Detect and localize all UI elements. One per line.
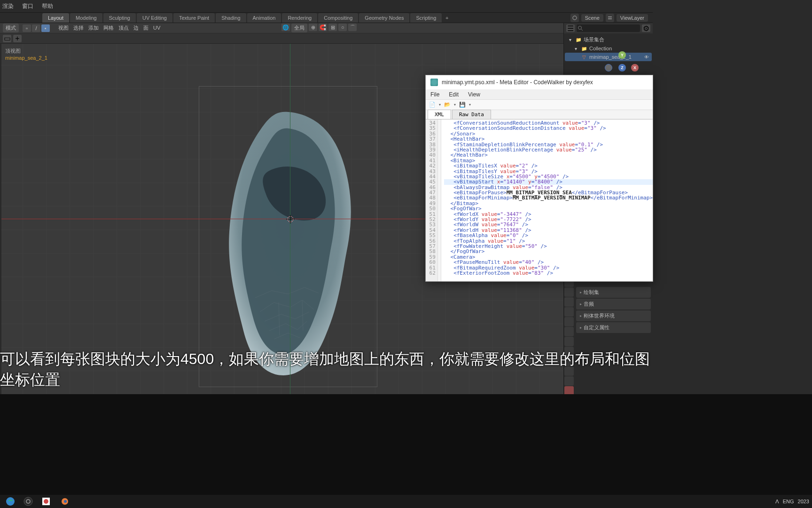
visibility-icon[interactable]: 👁 xyxy=(643,54,650,60)
select-mode-vertex-icon[interactable]: ▫ xyxy=(23,24,31,32)
filter-icon[interactable]: ⚙ xyxy=(642,24,650,32)
view-orientation-label: 顶视图 xyxy=(5,48,21,55)
top-menu-bar: 渲染 窗口 帮助 xyxy=(0,0,653,13)
map-mesh xyxy=(203,105,377,382)
windows-taskbar: ᐱ ENG 2023 xyxy=(0,495,812,508)
codewalker-titlebar[interactable]: minimap.ymt.pso.xml - Meta Editor - Code… xyxy=(426,75,653,89)
axis-neg-handle[interactable] xyxy=(605,64,612,71)
add-workspace-button[interactable]: + xyxy=(443,15,451,21)
select-mode-edge-icon[interactable]: / xyxy=(32,24,40,32)
svg-rect-2 xyxy=(608,18,612,19)
svg-rect-1 xyxy=(608,16,612,17)
svg-line-8 xyxy=(581,29,583,31)
outliner-scene-collection[interactable]: ▾ 📁 场景集合 xyxy=(565,35,652,44)
axis-x-handle[interactable]: X xyxy=(631,64,639,71)
app-icon[interactable] xyxy=(39,496,54,507)
select-mode-face-icon[interactable]: ▪ xyxy=(41,24,50,32)
header-menu-网格[interactable]: 网格 xyxy=(103,25,114,31)
prop-tab-output-icon[interactable] xyxy=(564,287,574,297)
props-panel[interactable]: 绘制集 xyxy=(576,287,651,298)
workspace-tab-rendering[interactable]: Rendering xyxy=(282,13,317,23)
scene-selector[interactable]: Scene xyxy=(581,14,603,22)
snap-icon[interactable]: 🧲 xyxy=(319,24,327,31)
header-menu-视图[interactable]: 视图 xyxy=(58,25,69,31)
props-panel[interactable]: 刚体世界环境 xyxy=(576,310,651,321)
workspace-tab-texture-paint[interactable]: Texture Paint xyxy=(173,13,215,23)
props-panel[interactable]: 自定义属性 xyxy=(576,322,651,333)
code-editor[interactable]: 3435363738394041424344454647484950515253… xyxy=(426,119,653,281)
cw-tab-rawdata[interactable]: Raw Data xyxy=(452,110,491,119)
menu-window[interactable]: 窗口 xyxy=(22,2,33,10)
propedit-icon[interactable]: ○ xyxy=(338,24,347,31)
obs-icon[interactable] xyxy=(21,496,36,507)
props-panel[interactable]: 音频 xyxy=(576,299,651,310)
workspace-tab-uv-editing[interactable]: UV Editing xyxy=(137,13,172,23)
save-file-icon[interactable]: 💾 xyxy=(459,101,466,109)
header-menu-选择[interactable]: 选择 xyxy=(73,25,84,31)
svg-point-10 xyxy=(24,497,32,506)
svg-point-9 xyxy=(6,497,15,506)
workspace-tab-layout[interactable]: Layout xyxy=(42,13,69,23)
video-subtitle: 可以看到每张图块的大小为4500，如果你需要增加地图上的东西，你就需要修改这里的… xyxy=(0,349,652,390)
mode-selector[interactable]: 模式 xyxy=(3,24,19,32)
open-file-icon[interactable]: 📂 xyxy=(444,101,451,109)
code-text[interactable]: <fConversationSoundReductionAmount value… xyxy=(441,119,653,281)
codewalker-menu: File Edit View xyxy=(426,89,653,100)
header-menu-UV[interactable]: UV xyxy=(153,25,160,31)
workspace-tab-scripting[interactable]: Scripting xyxy=(410,13,442,23)
codewalker-logo-icon xyxy=(430,79,438,86)
blender-taskbar-icon[interactable] xyxy=(56,496,71,507)
select-tool-icon[interactable]: ▭ xyxy=(3,35,11,42)
header-menu-添加[interactable]: 添加 xyxy=(88,25,99,31)
collection-icon: 📁 xyxy=(581,45,587,52)
svg-point-13 xyxy=(44,499,48,504)
codewalker-toolbar: 📄▾ 📂▾ 💾▾ xyxy=(426,100,653,110)
workspace-tab-shading[interactable]: Shading xyxy=(216,13,246,23)
axis-y-handle[interactable]: Y xyxy=(618,51,626,59)
header-menu-面[interactable]: 面 xyxy=(143,25,148,31)
propedit-type-icon[interactable]: ⌒ xyxy=(348,24,357,31)
clock-year[interactable]: 2023 xyxy=(798,499,809,504)
fold-gutter[interactable] xyxy=(438,119,441,281)
ime-indicator[interactable]: ENG xyxy=(783,499,794,504)
cw-menu-file[interactable]: File xyxy=(430,91,439,98)
svg-point-0 xyxy=(573,16,577,20)
mesh-icon: ▽ xyxy=(581,54,587,60)
outliner-display-icon[interactable]: ☰ xyxy=(566,24,575,32)
workspace-tabs: LayoutModelingSculptingUV EditingTexture… xyxy=(0,13,653,23)
axis-z-handle[interactable]: Z xyxy=(618,64,626,71)
workspace-tab-animation[interactable]: Animation xyxy=(247,13,281,23)
workspace-tab-sculpting[interactable]: Sculpting xyxy=(103,13,136,23)
menu-render[interactable]: 渲染 xyxy=(2,2,14,10)
cursor-tool-icon[interactable]: + xyxy=(13,35,22,42)
prop-tab-world-icon[interactable] xyxy=(564,317,574,326)
cw-menu-view[interactable]: View xyxy=(468,91,480,98)
viewlayer-icon[interactable] xyxy=(606,14,614,22)
cw-tab-xml[interactable]: XML xyxy=(428,110,451,119)
tray-chevron-icon[interactable]: ᐱ xyxy=(775,499,779,505)
edge-icon[interactable] xyxy=(3,496,18,507)
workspace-tab-compositing[interactable]: Compositing xyxy=(318,13,358,23)
codewalker-window[interactable]: minimap.ymt.pso.xml - Meta Editor - Code… xyxy=(425,75,653,282)
scene-icon[interactable] xyxy=(570,14,579,22)
cw-menu-edit[interactable]: Edit xyxy=(449,91,459,98)
new-file-icon[interactable]: 📄 xyxy=(429,101,436,109)
chevron-down-icon: ▾ xyxy=(572,45,579,52)
header-menu-边[interactable]: 边 xyxy=(133,25,139,31)
viewlayer-selector[interactable]: ViewLayer xyxy=(617,14,648,22)
svg-point-15 xyxy=(64,500,67,503)
menu-help[interactable]: 帮助 xyxy=(42,2,53,10)
orientation-icon[interactable]: 🌐 xyxy=(281,24,290,31)
workspace-tab-modeling[interactable]: Modeling xyxy=(70,13,102,23)
codewalker-title: minimap.ymt.pso.xml - Meta Editor - Code… xyxy=(442,79,593,86)
prop-tab-viewlayer-icon[interactable] xyxy=(564,297,574,307)
prop-tab-modifier-icon[interactable] xyxy=(564,337,574,346)
pivot-icon[interactable]: ⊕ xyxy=(309,24,317,31)
prop-tab-object-icon[interactable] xyxy=(564,327,574,336)
outliner-search[interactable] xyxy=(577,24,640,32)
snap-type-icon[interactable]: ⊞ xyxy=(328,24,337,31)
prop-tab-scene-icon[interactable] xyxy=(564,307,574,317)
header-menu-顶点[interactable]: 顶点 xyxy=(118,25,129,31)
workspace-tab-geometry-nodes[interactable]: Geometry Nodes xyxy=(359,13,409,23)
orientation-selector[interactable]: 全局 xyxy=(291,24,307,32)
